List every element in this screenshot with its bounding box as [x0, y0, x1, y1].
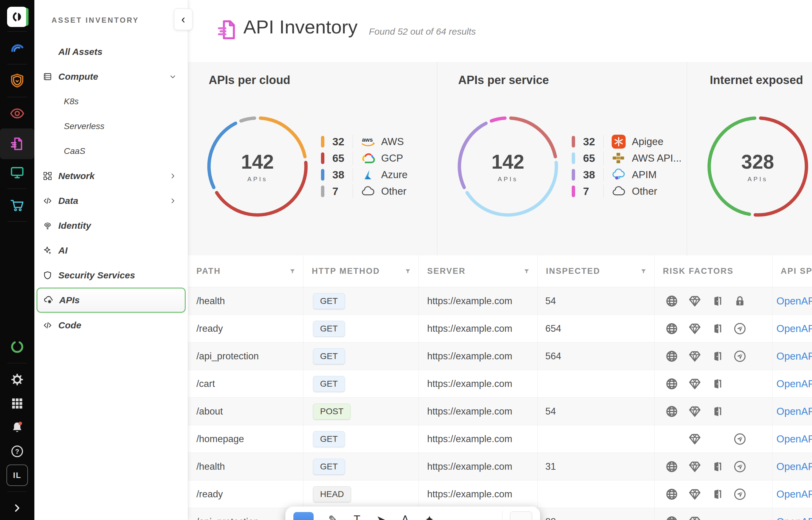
- inspected-cell: 31: [545, 461, 556, 472]
- sidebar-item-label: All Assets: [58, 47, 102, 57]
- sidebar-item-label: Security Services: [58, 270, 135, 281]
- crown-jewel-icon: [687, 459, 702, 474]
- legend-item-azure[interactable]: 38Azure: [321, 166, 408, 183]
- inspected-cell: 88: [545, 516, 556, 520]
- cloud-icon: [360, 184, 378, 199]
- sidebar-collapse-button[interactable]: ‹: [174, 8, 192, 30]
- sidebar-item-label: K8s: [64, 97, 78, 106]
- api-spec-link[interactable]: OpenAPI: [777, 350, 812, 362]
- server-cell: https://example.com: [427, 406, 512, 417]
- legend-item-apigee[interactable]: 32Apigee: [572, 133, 682, 150]
- legend-item-other[interactable]: 7Other: [572, 183, 682, 200]
- filter-funnel-icon[interactable]: [404, 268, 411, 275]
- legend-value: 7: [583, 185, 603, 198]
- card-divider: [437, 62, 437, 255]
- api-spec-link[interactable]: OpenAPI: [777, 378, 812, 390]
- server-cell: https://example.com: [427, 323, 512, 334]
- inspected-cell: 54: [545, 406, 556, 417]
- sidebar-item-security-services[interactable]: Security Services: [34, 263, 188, 288]
- path-cell: /health: [196, 461, 225, 472]
- chart-card-1: APIs per service142APIs32Apigee65AWS API…: [437, 62, 687, 255]
- table-row[interactable]: /cartGEThttps://example.comOpenAPI: [188, 370, 812, 398]
- sidebar-item-network[interactable]: Network: [34, 163, 188, 188]
- filter-funnel-icon[interactable]: [289, 268, 296, 275]
- compute-icon: [42, 72, 53, 82]
- toolbar-sparkle-icon[interactable]: ✦: [425, 513, 434, 520]
- table-row[interactable]: /aboutPOSThttps://example.com54OpenAPI: [188, 398, 812, 425]
- app-logo[interactable]: [7, 7, 27, 27]
- toolbar-shape-icon[interactable]: A: [401, 513, 409, 520]
- table-body: /healthGEThttps://example.com54OpenAPI/r…: [188, 287, 812, 520]
- toolbar-pen-icon[interactable]: ✎: [328, 513, 338, 520]
- api-spec-link[interactable]: OpenAPI: [777, 461, 812, 472]
- api-spec-link[interactable]: OpenAPI: [777, 323, 812, 335]
- sidebar-item-data[interactable]: Data: [34, 188, 188, 213]
- toolbar-text-tool-icon[interactable]: T: [353, 513, 360, 520]
- chevron-right-icon[interactable]: [0, 497, 34, 519]
- donut-segment-0: [755, 118, 807, 215]
- legend-item-gcp[interactable]: 65GCP: [321, 150, 408, 166]
- chart-title: Internet exposed: [710, 74, 803, 87]
- user-avatar[interactable]: IL: [0, 465, 34, 486]
- shield-orange-icon[interactable]: [0, 70, 34, 92]
- sidebar-item-caas[interactable]: CaaS: [34, 138, 188, 163]
- api-spec-link[interactable]: OpenAPI: [777, 295, 812, 307]
- rail-divider: [7, 188, 27, 189]
- gauge-icon[interactable]: [0, 37, 34, 58]
- table-row[interactable]: /healthGEThttps://example.com54OpenAPI: [188, 287, 812, 315]
- donut-segment-3: [491, 118, 505, 121]
- api-spec-link[interactable]: OpenAPI: [777, 433, 812, 445]
- api-spec-link[interactable]: OpenAPI: [777, 406, 812, 417]
- sidebar-item-apis[interactable]: APIs: [36, 288, 186, 313]
- legend-color-chip: [572, 152, 575, 164]
- table-row[interactable]: /api_protectionGEThttps://example.com564…: [188, 342, 812, 370]
- sidebar-item-k8s[interactable]: K8s: [34, 89, 188, 114]
- send-icon: [733, 321, 747, 336]
- toolbar-primary-button[interactable]: [293, 512, 314, 520]
- apps-grid-icon[interactable]: [0, 393, 34, 414]
- bell-icon[interactable]: [0, 417, 34, 438]
- help-icon[interactable]: ?: [0, 441, 34, 462]
- legend-item-apim[interactable]: 38APIM: [572, 166, 682, 183]
- table-row[interactable]: /readyHEADhttps://example.comOpenAPI: [188, 480, 812, 508]
- monitor-icon[interactable]: [0, 162, 34, 183]
- table-row[interactable]: /healthGEThttps://example.com31OpenAPI: [188, 453, 812, 480]
- table-row[interactable]: /homepageGEThttps://example.comOpenAPI: [188, 425, 812, 453]
- legend-color-chip: [572, 185, 575, 197]
- cart-icon[interactable]: [0, 194, 34, 216]
- table-row[interactable]: /readyGEThttps://example.com654OpenAPI: [188, 315, 812, 342]
- sidebar-item-code[interactable]: Code: [34, 313, 188, 338]
- gear-icon[interactable]: [0, 369, 34, 390]
- api-spec-link[interactable]: OpenAPI: [777, 488, 812, 500]
- filter-funnel-icon[interactable]: [523, 268, 530, 275]
- api-page-icon: [216, 18, 239, 43]
- sidebar-item-ai[interactable]: AI: [34, 238, 188, 263]
- toolbar-panel-button[interactable]: [510, 512, 532, 520]
- charts-band: APIs per cloud142APIs32awsAWS65GCP38Azur…: [188, 62, 812, 256]
- filter-funnel-icon[interactable]: [640, 268, 647, 275]
- path-cell: /about: [196, 406, 223, 417]
- api-spec-link[interactable]: OpenAPI: [777, 516, 812, 520]
- icon-rail: ?IL: [0, 0, 34, 520]
- open-door-icon: [710, 376, 724, 391]
- legend-item-aws[interactable]: 32awsAWS: [321, 133, 408, 150]
- cloud-gear-icon: [43, 295, 54, 305]
- lock-icon: [733, 294, 747, 308]
- sidebar-item-all-assets[interactable]: All Assets: [34, 39, 188, 64]
- sidebar-item-compute[interactable]: Compute: [34, 64, 188, 89]
- aws-api-gateway-icon: [611, 151, 629, 165]
- legend-item-aws-api-[interactable]: 65AWS API...: [572, 150, 682, 166]
- eye-icon[interactable]: [0, 103, 34, 124]
- toolbar-cursor-icon[interactable]: ➤: [376, 513, 386, 520]
- chart-legend: 32awsAWS65GCP38Azure7Other: [321, 133, 408, 200]
- loop-icon[interactable]: [0, 336, 34, 358]
- donut-chart-1: [453, 111, 563, 222]
- column-header-api-spec: API SPEC: [772, 255, 812, 287]
- sidebar-item-identity[interactable]: Identity: [34, 213, 188, 238]
- path-cell: /ready: [196, 489, 223, 500]
- open-door-icon: [710, 294, 724, 308]
- api-doc-icon[interactable]: [0, 128, 34, 159]
- legend-item-other[interactable]: 7Other: [321, 183, 408, 200]
- sidebar-item-serverless[interactable]: Serverless: [34, 114, 188, 138]
- floating-toolbar: ✎T➤A✦: [286, 506, 540, 520]
